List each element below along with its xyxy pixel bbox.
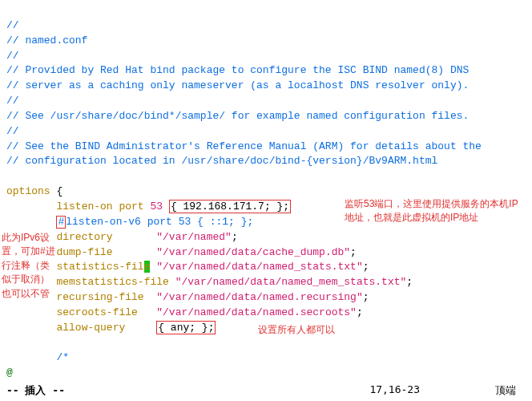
options-keyword: options — [6, 185, 50, 197]
block-comment-start: /* — [56, 351, 69, 363]
brace: { — [50, 185, 63, 197]
memstatistics-file-key: memstatistics-file — [56, 276, 168, 288]
comment-line: // — [6, 19, 19, 31]
cursor-position: 17,16-23 — [369, 383, 420, 395]
listen-port: 53 — [150, 200, 163, 213]
allow-query-value-box: { any; }; — [156, 321, 216, 334]
scroll-position: 顶端 — [495, 383, 516, 398]
annotation-allow-query: 设置所有人都可以 — [258, 323, 335, 337]
comment-line: // See the BIND Administrator's Referenc… — [6, 140, 482, 152]
listen-on-value-box: { 192.168.171.7; }; — [169, 200, 291, 213]
listen-on-key: listen-on port — [56, 200, 150, 213]
secroots-file-key: secroots-file — [56, 306, 137, 318]
annotation-ipv6: 此为IPv6设置，可加#进行注释（类似于取消）也可以不管 — [2, 231, 58, 301]
dump-file-key: dump-file — [56, 246, 112, 258]
statistics-file-key: statistics-fil — [56, 261, 143, 273]
comment-line: // — [6, 125, 19, 137]
recursing-file-val: "/var/named/data/named.recursing" — [156, 291, 362, 303]
listen-v6-rest: { ::1; }; — [191, 216, 253, 228]
annotation-listen-ip: 监听53端口，这里使用提供服务的本机IP地址，也就是此虚拟机的IP地址 — [345, 197, 521, 225]
vim-status-bar: -- 插入 -- 17,16-23 顶端 — [0, 382, 532, 399]
text-cursor: e — [144, 261, 151, 273]
recursing-file-key: recursing-file — [56, 291, 143, 303]
comment-line: // — [6, 95, 19, 107]
directory-key: directory — [56, 231, 112, 243]
secroots-file-val: "/var/named/data/named.secroots" — [156, 306, 357, 318]
allow-query-key: allow-query — [56, 322, 125, 334]
at-line-marker: @ — [6, 367, 13, 379]
comment-line: // server as a caching only nameserver (… — [6, 79, 469, 91]
listen-v6-port: 53 — [179, 216, 191, 228]
hash-comment-box: # — [56, 216, 66, 229]
comment-line: // — [6, 50, 19, 62]
comment-line: // See /usr/share/doc/bind*/sample/ for … — [6, 110, 469, 122]
comment-line: // configuration located in /usr/share/d… — [6, 155, 437, 167]
statistics-file-val: "/var/named/data/named_stats.txt" — [156, 261, 362, 273]
directory-val: "/var/named" — [156, 231, 232, 243]
dump-file-val: "/var/named/data/cache_dump.db" — [156, 246, 350, 258]
comment-line: // named.conf — [6, 34, 87, 47]
memstatistics-file-val: "/var/named/data/named_mem_stats.txt" — [175, 276, 407, 288]
vim-mode: -- 插入 -- — [6, 384, 65, 396]
comment-line: // Provided by Red Hat bind package to c… — [6, 64, 469, 76]
listen-v6-key: listen-on-v6 port — [66, 216, 178, 228]
